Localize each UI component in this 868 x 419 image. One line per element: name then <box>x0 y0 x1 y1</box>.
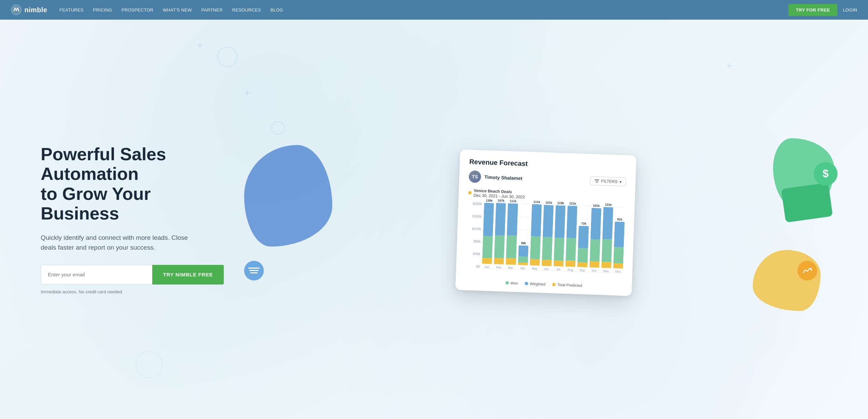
bar-value-label: 111k <box>533 200 540 204</box>
logo-text: nimble <box>24 6 47 14</box>
bar-weighted <box>542 205 553 237</box>
chart-user: TS Timoty Shalamet <box>469 170 522 184</box>
hero-section: + + + Powerful Sales Automation to Grow … <box>0 20 868 419</box>
bar-x-label: Dec <box>615 270 620 273</box>
bar-value-label: 81k <box>617 217 622 221</box>
bar-value-label: 72k <box>581 222 586 226</box>
legend-weighted: Weighted <box>525 281 546 286</box>
legend-label-predicted: Total Predicted <box>557 282 582 288</box>
deco-ring-1 <box>217 47 237 67</box>
bar-group: 121k Aug <box>565 202 577 272</box>
filter-icon <box>594 179 599 183</box>
bar-won <box>613 247 624 264</box>
dollar-icon-circle: $ <box>814 162 837 186</box>
bar-stack <box>494 203 506 265</box>
hero-left: Powerful Sales Automation to Grow Your B… <box>41 144 224 294</box>
bar-won <box>577 248 588 263</box>
bar-value-label: 131k <box>605 203 612 207</box>
bar-group: 107k Feb <box>494 199 506 269</box>
bar-won <box>530 236 540 259</box>
bar-x-label: Apr <box>520 266 525 270</box>
bar-weighted <box>578 226 589 248</box>
nav-whats-new[interactable]: WHAT'S NEW <box>163 7 192 13</box>
bar-group: 119k Jul <box>553 201 566 271</box>
bar-value-label: 101k <box>593 204 600 208</box>
y-label-200: $200k <box>473 202 482 206</box>
line-2 <box>249 270 258 271</box>
bar-x-label: May <box>532 267 537 271</box>
bar-x-label: Aug <box>568 268 573 272</box>
nav-resources[interactable]: RESOURCES <box>232 7 261 13</box>
bar-chart: $200k $160k $120k $80k $40k $0 <box>465 202 625 281</box>
legend-label-weighted: Weighted <box>530 281 546 286</box>
bar-stack <box>482 203 494 264</box>
deco-plus-2: + <box>244 87 251 98</box>
bar-won <box>554 238 564 261</box>
bar-group: 101k Oct <box>589 204 601 273</box>
logo[interactable]: nimble <box>11 4 47 15</box>
hero-subtext: Quickly identify and connect with more l… <box>41 233 203 253</box>
bar-value-label: 119k <box>557 201 564 205</box>
deco-plus-3: + <box>726 60 732 71</box>
email-input[interactable] <box>41 265 152 285</box>
y-label-80: $80k <box>473 239 481 244</box>
deal-text: Venice Beach Deals Dec 30, 2021 - Jun 30… <box>473 188 525 200</box>
chart-filter-button[interactable]: FILTERS ▾ <box>590 176 626 186</box>
nav-login-button[interactable]: LOGIN <box>843 7 857 13</box>
bar-predicted <box>566 260 576 267</box>
headline-line1: Powerful Sales Automation <box>41 144 166 184</box>
legend-dot-won <box>505 281 509 285</box>
bar-x-label: Feb <box>496 266 501 269</box>
bar-stack <box>613 222 625 269</box>
bar-x-label: Sep <box>579 269 585 272</box>
nimble-logo-icon <box>11 4 22 15</box>
nav-pricing[interactable]: PRICING <box>93 7 112 13</box>
nav-prospector[interactable]: PROSPECTOR <box>122 7 154 13</box>
legend-dot-predicted <box>552 283 556 286</box>
nav-features[interactable]: FEATURES <box>59 7 83 13</box>
legend-won: Won <box>505 281 518 285</box>
y-label-120: $120k <box>472 227 481 231</box>
bar-stack <box>589 208 601 268</box>
nav-blog[interactable]: BLOG <box>271 7 283 13</box>
bar-won <box>542 237 552 260</box>
chart-user-name: Timoty Shalamet <box>484 174 522 181</box>
bar-predicted <box>530 259 540 266</box>
bar-weighted <box>483 203 494 236</box>
y-axis: $200k $160k $120k $80k $40k $0 <box>466 202 484 269</box>
trend-icon-circle <box>797 261 817 280</box>
bar-value-label: 121k <box>569 202 576 205</box>
bar-won <box>590 239 600 262</box>
bar-won <box>566 238 576 261</box>
bar-group: 121k Jun <box>541 201 554 271</box>
hero-headline: Powerful Sales Automation to Grow Your B… <box>41 144 224 223</box>
navbar: nimble FEATURES PRICING PROSPECTOR WHAT'… <box>0 0 868 20</box>
try-nimble-button[interactable]: TRY NIMBLE FREE <box>152 265 224 285</box>
bar-stack <box>601 207 613 268</box>
bar-group: 72k Sep <box>577 222 589 272</box>
bar-won <box>494 235 505 258</box>
bar-predicted <box>577 262 588 267</box>
bar-predicted <box>518 263 528 265</box>
y-label-0: $0 <box>476 265 480 268</box>
nav-try-free-button[interactable]: TRY FOR FREE <box>788 4 837 16</box>
bars-area: 139k Jan 107k Feb 111k Mar <box>482 202 625 273</box>
nav-links: FEATURES PRICING PROSPECTOR WHAT'S NEW P… <box>59 7 788 13</box>
chart-legend: Won Weighted Total Predicted <box>465 279 623 289</box>
legend-label-won: Won <box>510 281 518 285</box>
bar-x-label: Oct <box>592 269 596 272</box>
nav-partner[interactable]: PARTNER <box>201 7 223 13</box>
blob-gold <box>753 250 821 311</box>
chart-title: Revenue Forecast <box>469 158 627 171</box>
trend-icon <box>803 267 812 274</box>
bar-weighted <box>614 222 625 247</box>
bar-value-label: 121k <box>545 201 552 205</box>
bar-weighted <box>507 203 518 236</box>
bar-x-label: Jul <box>556 268 560 271</box>
bar-stack <box>530 204 541 266</box>
nav-right: TRY FOR FREE LOGIN <box>788 4 857 16</box>
bar-predicted <box>601 262 611 268</box>
bar-predicted <box>482 258 492 264</box>
bar-predicted <box>541 260 552 266</box>
deco-dotring-1 <box>136 351 163 378</box>
